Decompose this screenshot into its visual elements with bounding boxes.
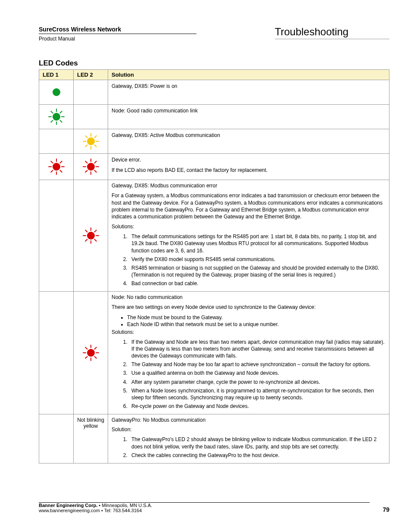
svg-line-50 bbox=[85, 357, 87, 358]
svg-point-28 bbox=[87, 163, 95, 171]
led2-cell: Not blinking yellow bbox=[74, 414, 108, 464]
section-title: Troubleshooting bbox=[275, 26, 389, 39]
svg-line-12 bbox=[94, 145, 96, 146]
solution-intro: GatewayPro: No Modbus communication bbox=[112, 417, 386, 423]
led2-cell bbox=[74, 180, 108, 292]
led1-cell bbox=[39, 80, 74, 105]
led1-cell bbox=[39, 154, 74, 180]
svg-line-39 bbox=[94, 240, 96, 241]
solution-cell: Node: Good radio communication link bbox=[108, 105, 389, 129]
solution-bullets: The Node must be bound to the Gateway.Ea… bbox=[112, 314, 386, 327]
svg-line-54 bbox=[94, 348, 96, 349]
led2-cell bbox=[74, 154, 108, 180]
page-footer: Banner Engineering Corp. • Minneapolis, … bbox=[39, 502, 389, 513]
table-row: Node: Good radio communication link bbox=[39, 105, 389, 129]
svg-point-37 bbox=[87, 232, 95, 240]
svg-line-43 bbox=[85, 230, 87, 232]
led1-cell bbox=[39, 292, 74, 414]
svg-line-34 bbox=[85, 161, 87, 163]
led-red-flash-icon bbox=[82, 227, 100, 244]
svg-line-36 bbox=[94, 161, 96, 163]
led-green-solid-icon bbox=[48, 84, 65, 101]
footer-contact: www.bannerengineering.com • Tel: 763.544… bbox=[39, 508, 370, 513]
solution-cell: Gateway, DX85: Active Modbus communicati… bbox=[108, 129, 389, 154]
svg-line-9 bbox=[60, 111, 62, 113]
solution-text: Gateway, DX85: Active Modbus communicati… bbox=[112, 132, 386, 139]
solution-intro: Gateway, DX85: Modbus communication erro… bbox=[112, 183, 386, 189]
solution-text: Gateway, DX85: Power is on bbox=[112, 83, 386, 90]
solution-step: Re-cycle power on the Gateway and Node d… bbox=[129, 403, 386, 410]
solutions-label: Solutions: bbox=[112, 329, 386, 335]
solution-step: Verify the DX80 model supports RS485 ser… bbox=[129, 256, 386, 263]
led1-cell bbox=[39, 414, 74, 464]
solution-step: When a Node loses synchronization, it is… bbox=[129, 387, 386, 401]
solution-step: Bad connection or bad cable. bbox=[129, 280, 386, 287]
svg-line-18 bbox=[94, 136, 96, 137]
network-title: SureCross Wireless Network bbox=[39, 26, 196, 34]
svg-line-48 bbox=[94, 357, 96, 358]
svg-line-14 bbox=[85, 145, 87, 146]
svg-point-0 bbox=[53, 88, 60, 96]
solution-text: If the LCD also reports BAD EE, contact … bbox=[112, 167, 386, 174]
table-row: Gateway, DX85: Modbus communication erro… bbox=[39, 180, 389, 292]
solution-paragraph: For a Gateway system, a Modbus communica… bbox=[112, 192, 386, 220]
svg-line-3 bbox=[60, 120, 62, 122]
led2-cell bbox=[74, 292, 108, 414]
solution-step: Check the cables connecting the GatewayP… bbox=[129, 452, 386, 459]
footer-company: Banner Engineering Corp. bbox=[39, 503, 97, 508]
solution-steps: The default communications settings for … bbox=[121, 233, 386, 287]
svg-line-7 bbox=[51, 111, 53, 113]
table-row: Node: No radio communicationThere are tw… bbox=[39, 292, 389, 414]
svg-point-19 bbox=[53, 163, 60, 171]
led1-cell bbox=[39, 180, 74, 292]
led-red-flash-icon bbox=[82, 344, 100, 361]
led-red-flash-icon bbox=[82, 158, 100, 175]
solution-steps: The GatewayPro's LED 2 should always be … bbox=[121, 436, 386, 459]
page-header: SureCross Wireless Network Product Manua… bbox=[39, 26, 389, 42]
solution-step: The GatewayPro's LED 2 should always be … bbox=[129, 436, 386, 450]
section-heading: LED Codes bbox=[39, 59, 389, 68]
solutions-label: Solution: bbox=[112, 426, 386, 432]
solution-step: RS485 termination or biasing is not supp… bbox=[129, 264, 386, 278]
solution-cell: Device error.If the LCD also reports BAD… bbox=[108, 154, 389, 180]
led2-cell bbox=[74, 80, 108, 105]
svg-point-46 bbox=[87, 349, 95, 357]
solution-step: After any system parameter change, cycle… bbox=[129, 379, 386, 386]
svg-point-1 bbox=[53, 113, 60, 121]
col-led2: LED 2 bbox=[74, 70, 108, 80]
table-row: Gateway, DX85: Power is on bbox=[39, 80, 389, 105]
col-solution: Solution bbox=[108, 70, 389, 80]
solution-cell: Gateway, DX85: Power is on bbox=[108, 80, 389, 105]
solution-step: The default communications settings for … bbox=[129, 233, 386, 254]
svg-line-41 bbox=[85, 240, 87, 241]
led-red-flash-icon bbox=[48, 158, 65, 175]
footer-company-rest: • Minneapolis, MN U.S.A. bbox=[97, 503, 152, 508]
led1-cell bbox=[39, 105, 74, 129]
led2-cell bbox=[74, 129, 108, 154]
led-green-flash-icon bbox=[48, 108, 65, 125]
solution-cell: GatewayPro: No Modbus communicationSolut… bbox=[108, 414, 389, 464]
solution-steps: If the Gateway and Node are less than tw… bbox=[121, 339, 386, 410]
svg-line-25 bbox=[51, 161, 53, 163]
solution-step: The Gateway and Node may be too far apar… bbox=[129, 361, 386, 368]
svg-line-32 bbox=[85, 171, 87, 172]
table-row: Device error.If the LCD also reports BAD… bbox=[39, 154, 389, 180]
product-manual-label: Product Manual bbox=[39, 36, 196, 42]
solution-cell: Node: No radio communicationThere are tw… bbox=[108, 292, 389, 414]
solution-cell: Gateway, DX85: Modbus communication erro… bbox=[108, 180, 389, 292]
solution-step: If the Gateway and Node are less than tw… bbox=[129, 339, 386, 360]
solution-text: Device error. bbox=[112, 156, 386, 163]
solution-intro: Node: No radio communication bbox=[112, 294, 386, 300]
svg-line-23 bbox=[51, 171, 53, 172]
solution-text: Node: Good radio communication link bbox=[112, 107, 386, 114]
bullet-item: Each Node ID within that network must be… bbox=[127, 321, 386, 327]
table-row: Not blinking yellowGatewayPro: No Modbus… bbox=[39, 414, 389, 464]
col-led1: LED 1 bbox=[39, 70, 74, 80]
svg-line-52 bbox=[85, 348, 87, 349]
page-number: 79 bbox=[370, 506, 389, 513]
svg-line-16 bbox=[85, 136, 87, 137]
solution-paragraph: There are two settings on every Node dev… bbox=[112, 304, 386, 311]
svg-point-10 bbox=[87, 137, 95, 145]
svg-line-21 bbox=[60, 171, 62, 172]
led2-cell bbox=[74, 105, 108, 129]
